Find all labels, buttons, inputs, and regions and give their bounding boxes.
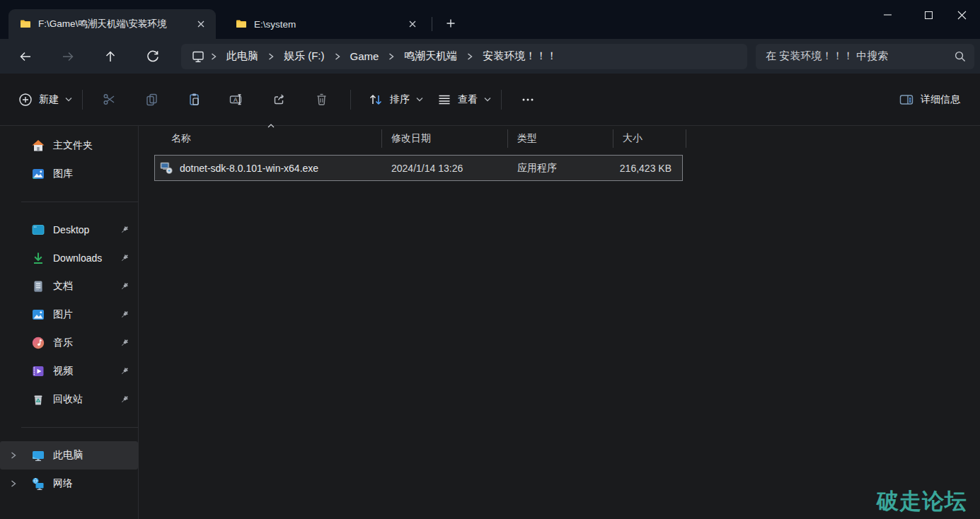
pin-icon[interactable]	[119, 252, 130, 264]
sidebar-item-desktop[interactable]: Desktop	[0, 216, 138, 244]
breadcrumb-current[interactable]: 安装环境！！！	[478, 47, 561, 65]
folder-icon	[20, 18, 31, 30]
tab-close-icon[interactable]	[403, 15, 422, 33]
sort-button[interactable]: 排序	[361, 86, 430, 114]
tab-close-icon[interactable]	[192, 15, 210, 33]
sidebar-item-recycle-bin[interactable]: 回收站	[0, 385, 138, 414]
titlebar: F:\Game\鸣潮天机端\安装环境 E:\system	[0, 0, 980, 39]
sidebar-item-downloads[interactable]: Downloads	[0, 244, 138, 272]
arrow-right-icon	[61, 49, 75, 64]
column-header-type[interactable]: 类型	[508, 129, 613, 148]
rename-icon: A	[229, 92, 244, 107]
share-button[interactable]	[263, 86, 295, 114]
new-tab-button[interactable]	[439, 12, 462, 35]
file-date: 2024/1/14 13:26	[382, 163, 508, 174]
sidebar-item-music[interactable]: 音乐	[0, 329, 138, 357]
chevron-right-icon	[210, 52, 217, 61]
music-icon	[31, 336, 45, 350]
forward-button[interactable]	[54, 44, 82, 69]
share-icon	[272, 92, 287, 107]
tab-second-folder[interactable]: E:\system	[224, 9, 427, 39]
chevron-right-icon	[10, 451, 17, 460]
copy-icon	[144, 92, 159, 107]
file-list-area: 名称 修改日期 类型 大小 dot	[139, 126, 980, 519]
chevron-right-icon	[267, 52, 275, 61]
column-header-name[interactable]: 名称	[154, 129, 382, 148]
file-name: dotnet-sdk-8.0.101-win-x64.exe	[180, 163, 318, 174]
sidebar-divider	[21, 427, 138, 428]
breadcrumb-game[interactable]: Game	[346, 48, 384, 64]
address-bar[interactable]: 此电脑 娱乐 (F:) Game 鸣潮天机端 安装环境！！！	[181, 44, 747, 69]
breadcrumb-drive[interactable]: 娱乐 (F:)	[279, 47, 329, 65]
sidebar-item-network[interactable]: 网络	[0, 470, 138, 498]
new-button[interactable]: 新建	[11, 86, 79, 114]
this-pc-icon	[191, 49, 205, 64]
back-button[interactable]	[11, 44, 40, 69]
sidebar-item-this-pc[interactable]: 此电脑	[0, 441, 138, 470]
copy-button[interactable]	[135, 86, 168, 114]
gallery-icon	[31, 167, 45, 181]
arrow-left-icon	[18, 49, 33, 64]
refresh-button[interactable]	[139, 44, 167, 69]
installer-exe-icon	[160, 161, 173, 175]
ellipsis-icon	[521, 93, 535, 107]
column-header-size[interactable]: 大小	[613, 129, 686, 148]
details-pane-button[interactable]: 详细信息	[892, 86, 967, 114]
sidebar-item-pictures[interactable]: 图片	[0, 301, 138, 329]
chevron-down-icon	[416, 97, 423, 102]
column-header-date[interactable]: 修改日期	[382, 129, 508, 148]
details-pane-icon	[899, 93, 914, 107]
view-label: 查看	[458, 93, 478, 106]
minimize-icon	[884, 14, 892, 16]
tab-divider	[432, 17, 432, 31]
pin-icon[interactable]	[119, 337, 130, 349]
pin-icon[interactable]	[119, 366, 130, 377]
pin-icon[interactable]	[119, 394, 130, 405]
view-button[interactable]: 查看	[430, 86, 498, 114]
chevron-down-icon	[65, 97, 72, 102]
trash-icon	[314, 92, 329, 107]
delete-button[interactable]	[305, 86, 338, 114]
maximize-icon	[925, 11, 933, 19]
sidebar-item-documents[interactable]: 文档	[0, 272, 138, 301]
close-icon	[957, 11, 967, 20]
minimize-button[interactable]	[867, 3, 908, 27]
pin-icon[interactable]	[119, 281, 130, 292]
breadcrumb-folder[interactable]: 鸣潮天机端	[400, 47, 461, 65]
breadcrumb-this-pc[interactable]: 此电脑	[222, 47, 263, 65]
cut-icon	[102, 92, 117, 107]
new-label: 新建	[39, 93, 59, 106]
tab-current-folder[interactable]: F:\Game\鸣潮天机端\安装环境	[8, 9, 216, 39]
file-name-cell: dotnet-sdk-8.0.101-win-x64.exe	[155, 161, 382, 175]
toolbar-divider	[82, 90, 83, 110]
navigation-bar: 此电脑 娱乐 (F:) Game 鸣潮天机端 安装环境！！！ 在 安装环境！！！…	[0, 39, 980, 74]
up-button[interactable]	[96, 44, 125, 69]
search-input[interactable]: 在 安装环境！！！ 中搜索	[756, 44, 974, 69]
sidebar-item-home[interactable]: 主文件夹	[0, 132, 138, 160]
home-icon	[31, 139, 45, 153]
file-size: 216,423 KB	[613, 163, 682, 174]
cut-button[interactable]	[93, 86, 125, 114]
network-icon	[31, 477, 45, 491]
sidebar-divider	[21, 202, 138, 202]
chevron-right-icon	[466, 52, 473, 61]
command-toolbar: 新建 A	[0, 74, 980, 126]
arrow-up-icon	[103, 49, 117, 64]
more-button[interactable]	[512, 86, 544, 114]
sidebar-item-videos[interactable]: 视频	[0, 357, 138, 385]
toolbar-divider	[501, 90, 502, 110]
chevron-down-icon	[484, 97, 491, 102]
details-label: 详细信息	[921, 93, 960, 106]
tab-title: E:\system	[254, 19, 396, 30]
chevron-right-icon	[388, 52, 395, 61]
maximize-button[interactable]	[908, 3, 949, 27]
desktop-icon	[31, 223, 45, 237]
sidebar-item-gallery[interactable]: 图库	[0, 160, 138, 188]
file-type: 应用程序	[508, 162, 613, 175]
rename-button[interactable]: A	[220, 86, 253, 114]
paste-button[interactable]	[178, 86, 210, 114]
pin-icon[interactable]	[119, 309, 130, 320]
pin-icon[interactable]	[119, 224, 130, 235]
close-button[interactable]	[949, 3, 980, 27]
file-row-dotnet-sdk[interactable]: dotnet-sdk-8.0.101-win-x64.exe 2024/1/14…	[154, 155, 683, 181]
